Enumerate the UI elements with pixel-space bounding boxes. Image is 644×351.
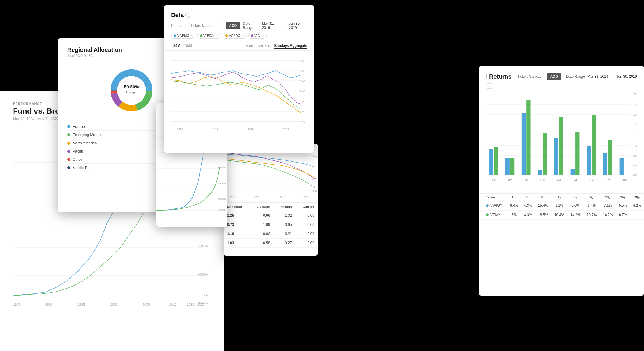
legend-label-emerging: Emerging Markets — [73, 133, 104, 137]
hr-add-button[interactable]: ADD — [547, 73, 561, 80]
historical-returns-card: l Returns ADD Date Range Mar 31, 2019 → … — [479, 66, 644, 296]
close-icon-vcadx[interactable]: × — [242, 34, 244, 38]
svg-text:-1.00: -1.00 — [299, 90, 305, 93]
hr-cell: 7.1% — [600, 201, 616, 211]
bt-cell: 0.00 — [295, 229, 318, 239]
svg-text:0%: 0% — [203, 293, 208, 297]
svg-text:2010: 2010 — [169, 302, 176, 306]
ticker-name: VWIGX — [490, 203, 502, 208]
hr-col-20y: 20y — [630, 194, 644, 201]
hr-cell: 6.4% — [507, 201, 521, 211]
svg-text:-4.00: -4.00 — [299, 120, 305, 123]
legend-label-pacific: Pacific — [73, 149, 84, 153]
bt-col-median: Median — [274, 203, 295, 211]
svg-text:6m: 6m — [525, 178, 528, 181]
bt-cell: 0.02 — [250, 229, 273, 239]
svg-text:2017: 2017 — [253, 196, 259, 198]
svg-text:0.00: 0.00 — [300, 80, 305, 83]
svg-text:2018: 2018 — [280, 196, 285, 198]
svg-text:3yr: 3yr — [557, 178, 561, 181]
hr-cell: 5.5% — [616, 201, 630, 211]
info-icon[interactable]: i — [185, 13, 190, 18]
date-range-label: Date Range — [243, 21, 259, 30]
close-icon-vusxx[interactable]: × — [216, 34, 218, 38]
bt-cell: -0.58 — [250, 239, 273, 248]
hr-cell: 14.2% — [567, 210, 584, 220]
tag-vusxx[interactable]: VUSXX × — [197, 33, 221, 39]
bar — [608, 140, 612, 175]
tag-vcadx[interactable]: VCADX × — [223, 33, 247, 39]
hr-cell: 7% — [507, 210, 521, 220]
svg-text:5yr: 5yr — [574, 178, 577, 181]
svg-text:12.5%: 12.5% — [633, 124, 637, 127]
svg-text:20%: 20% — [633, 93, 637, 96]
svg-text:-4.00: -4.00 — [312, 190, 318, 192]
table-row: 0.73 -1.09 -0.65 0.00 — [224, 220, 318, 229]
tag-vig[interactable]: VIG × — [248, 33, 267, 39]
tag-label-vig: VIG — [254, 34, 260, 37]
ticker-name: VFIAX — [490, 213, 501, 217]
versus-barclays[interactable]: Barclays Aggregate — [274, 44, 307, 49]
bar — [489, 149, 493, 175]
hr-cell: 10.4% — [551, 210, 567, 220]
ticker-input[interactable] — [188, 22, 223, 29]
hr-title-text: Returns — [488, 73, 512, 80]
svg-text:2019: 2019 — [283, 128, 289, 131]
svg-text:1985: 1985 — [13, 302, 20, 306]
hr-date-from: Mar 31, 2019 — [587, 74, 608, 79]
svg-text:2019: 2019 — [303, 196, 309, 198]
tag-label-vusxx: VUSXX — [203, 34, 214, 37]
svg-text:2017: 2017 — [212, 128, 218, 131]
bar — [505, 158, 510, 175]
hr-col-10y: 10y — [600, 194, 616, 201]
svg-text:15yr: 15yr — [605, 178, 611, 181]
hr-date-separator: → — [611, 74, 614, 79]
bt-cell: 0.00 — [295, 220, 318, 229]
table-row: 1.10 0.02 0.21 0.00 — [224, 229, 318, 239]
svg-text:15%: 15% — [633, 113, 637, 116]
bar — [620, 158, 624, 175]
hr-cell: 14.7% — [600, 210, 616, 220]
bar — [494, 147, 498, 175]
hr-cell: 18.5% — [535, 210, 551, 220]
hr-col-15y: 15y — [616, 194, 630, 201]
svg-text:-3.00: -3.00 — [312, 178, 318, 181]
add-button[interactable]: ADD — [226, 22, 240, 29]
svg-text:-2.00: -2.00 — [299, 100, 305, 103]
svg-text:Europe: Europe — [126, 90, 137, 94]
legend-label-northamerica: North America — [73, 141, 97, 145]
svg-text:1.00: 1.00 — [300, 69, 305, 72]
bar — [592, 115, 596, 175]
svg-text:10%: 10% — [633, 134, 637, 137]
bt-cell: -0.65 — [274, 220, 295, 229]
period-selector: 24M 36M — [171, 43, 194, 49]
bt-col-current: Current — [295, 203, 318, 211]
table-row: 1.03 -0.58 -0.27 0.00 — [224, 239, 318, 248]
versus-selector: Versus: S&P 500 Barclays Aggregate — [244, 44, 307, 49]
hr-close-tag[interactable]: × — [486, 83, 493, 89]
hr-cell: 9.0% — [567, 201, 584, 211]
hr-col-6m: 6m — [535, 194, 551, 201]
svg-text:-1.00: -1.00 — [312, 155, 318, 157]
legend-label-middleeast: Middle East — [73, 165, 93, 170]
hr-ticker-input[interactable] — [515, 73, 544, 80]
hist-returns-title: l Returns — [486, 73, 512, 80]
period-36m[interactable]: 36M — [183, 43, 194, 49]
bt-cell: 1.25 — [224, 211, 250, 220]
hr-col-1m: 1m — [507, 194, 521, 201]
svg-text:5%: 5% — [633, 155, 637, 158]
beta-chart: 2.00 1.00 0.00 -1.00 -2.00 -3.00 -4.00 2… — [164, 51, 314, 139]
hr-tag-row: × — [479, 83, 644, 91]
tag-vgpmx[interactable]: VGPMX × — [171, 33, 196, 39]
svg-text:2000: 2000 — [110, 302, 117, 306]
versus-sp500[interactable]: S&P 500 — [258, 44, 270, 48]
hr-cell: 1.1% — [551, 201, 567, 211]
close-icon-vig[interactable]: × — [262, 34, 264, 38]
period-24m[interactable]: 24M — [171, 43, 183, 49]
svg-text:10yr: 10yr — [589, 178, 594, 181]
svg-text:7.5%: 7.5% — [633, 144, 637, 147]
close-icon-vgpmx[interactable]: × — [191, 34, 193, 38]
svg-text:2.00: 2.00 — [300, 59, 305, 62]
hr-cell: 8.7% — [616, 210, 630, 220]
svg-text:12m: 12m — [540, 178, 546, 181]
